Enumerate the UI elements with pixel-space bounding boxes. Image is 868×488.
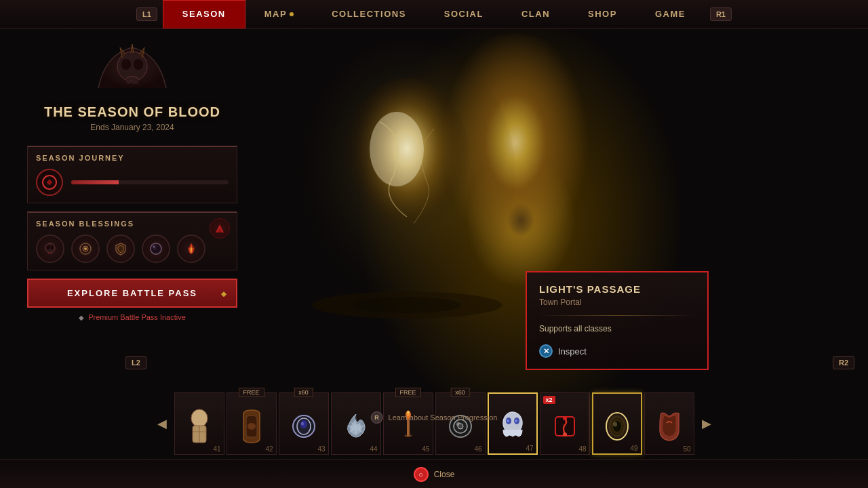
blessing-circle[interactable] <box>71 235 100 263</box>
svg-point-43 <box>515 420 517 422</box>
scroll-right-arrow[interactable]: ▶ <box>696 416 717 431</box>
item-card-47[interactable]: 47 <box>488 392 538 455</box>
item-48-number: 48 <box>578 445 586 453</box>
season-title: THE SEASON OF BLOOD <box>27 104 237 120</box>
svg-point-6 <box>121 59 131 70</box>
portal-visual <box>285 41 529 332</box>
blessing-shield[interactable] <box>106 235 135 263</box>
r-badge-icon: R <box>371 411 383 424</box>
item-50-number: 50 <box>683 445 690 453</box>
svg-point-2 <box>370 112 424 186</box>
tooltip-divider <box>539 315 695 316</box>
item-card-43[interactable]: x60 43 <box>279 392 329 455</box>
close-hint[interactable]: ○ Close <box>414 467 455 482</box>
item-45-badge: FREE <box>395 388 420 397</box>
journey-content <box>36 169 229 196</box>
svg-point-50 <box>613 422 617 427</box>
inspect-icon: ✕ <box>539 344 553 358</box>
nav-item-social[interactable]: SOCIAL <box>425 0 502 28</box>
svg-point-4 <box>353 297 461 313</box>
season-ends: Ends January 23, 2024 <box>27 123 237 132</box>
blessing-flame[interactable] <box>177 235 205 263</box>
journey-progress-bar <box>71 180 229 184</box>
r1-button[interactable]: R1 <box>710 7 732 21</box>
tooltip-title: LIGHT'S PASSAGE <box>539 283 695 295</box>
left-panel: THE SEASON OF BLOOD Ends January 23, 202… <box>27 41 237 321</box>
svg-point-38 <box>458 424 463 429</box>
premium-diamond-icon: ◆ <box>79 314 84 321</box>
item-42-badge: FREE <box>238 388 264 397</box>
journey-icon <box>36 169 63 196</box>
close-label: Close <box>434 470 455 479</box>
season-header: THE SEASON OF BLOOD Ends January 23, 202… <box>27 41 237 132</box>
nav-bar: L1 SEASON MAP COLLECTIONS SOCIAL CLAN SH… <box>0 0 868 28</box>
item-46-number: 46 <box>474 445 481 453</box>
blessing-skull[interactable] <box>36 235 64 263</box>
bottom-bar: ○ Close <box>0 460 868 488</box>
svg-point-14 <box>47 245 50 249</box>
svg-rect-8 <box>127 78 130 83</box>
progression-hint-text: Learn about Season Progression <box>389 413 498 422</box>
item-bar: ◀ 41 FREE 42 x60 <box>0 390 868 458</box>
close-circle-icon: ○ <box>414 467 429 482</box>
progression-hint: R Learn about Season Progression <box>371 411 498 424</box>
journey-section-title: SEASON JOURNEY <box>36 154 229 162</box>
tooltip-subtitle: Town Portal <box>539 298 695 307</box>
svg-point-23 <box>191 409 208 427</box>
item-43-number: 43 <box>317 445 325 453</box>
tooltip-description: Supports all classes <box>539 324 695 333</box>
item-card-48[interactable]: x2 48 <box>540 392 590 455</box>
item-card-45[interactable]: FREE 45 <box>383 392 433 455</box>
explore-battle-pass-button[interactable]: EXPLORE BATTLE PASS <box>27 279 237 308</box>
blessing-orb[interactable] <box>142 235 170 263</box>
svg-point-18 <box>84 247 87 250</box>
item-card-50[interactable]: 50 <box>644 392 694 455</box>
inspect-label: Inspect <box>558 346 587 357</box>
item-card-42[interactable]: FREE 42 <box>226 392 277 455</box>
blessings-icons <box>36 235 229 263</box>
svg-point-42 <box>507 420 509 422</box>
r2-indicator: R2 <box>833 356 854 369</box>
nav-item-game[interactable]: GAME <box>636 0 705 28</box>
item-card-46[interactable]: x60 46 <box>435 392 486 455</box>
item-card-41[interactable]: 41 <box>174 392 224 455</box>
svg-point-15 <box>51 245 54 249</box>
svg-point-30 <box>301 422 304 426</box>
item-card-49[interactable]: 49 <box>592 392 642 455</box>
scroll-left-arrow[interactable]: ◀ <box>152 416 172 431</box>
skull-decoration <box>92 41 173 95</box>
nav-item-collections[interactable]: COLLECTIONS <box>313 0 425 28</box>
l1-button[interactable]: L1 <box>136 7 157 21</box>
premium-status: ◆ Premium Battle Pass Inactive <box>27 313 237 321</box>
item-41-number: 41 <box>213 445 220 453</box>
item-46-badge: x60 <box>450 388 470 397</box>
item-card-44[interactable]: 44 <box>331 392 381 455</box>
nav-item-map[interactable]: MAP <box>245 0 313 28</box>
nav-item-season[interactable]: SEASON <box>163 0 245 28</box>
item-43-badge: x60 <box>294 388 313 397</box>
season-blessings-section: SEASON BLESSINGS <box>27 211 237 270</box>
item-47-number: 47 <box>526 445 533 452</box>
svg-point-45 <box>563 416 567 420</box>
item-48-badge: x2 <box>543 396 555 404</box>
l2-indicator: L2 <box>125 356 146 369</box>
item-42-number: 42 <box>265 445 273 453</box>
svg-point-46 <box>563 432 567 436</box>
nav-item-clan[interactable]: CLAN <box>502 0 569 28</box>
svg-point-12 <box>47 180 52 184</box>
map-indicator <box>290 12 294 16</box>
blessings-badge <box>210 218 230 239</box>
svg-point-26 <box>248 423 256 430</box>
svg-point-22 <box>153 246 155 248</box>
season-journey-section: SEASON JOURNEY <box>27 146 237 203</box>
item-44-number: 44 <box>370 445 377 453</box>
inspect-button[interactable]: ✕ Inspect <box>539 344 695 358</box>
item-49-number: 49 <box>630 445 637 452</box>
item-tooltip: LIGHT'S PASSAGE Town Portal Supports all… <box>526 271 709 370</box>
blessings-section-title: SEASON BLESSINGS <box>36 220 229 228</box>
nav-item-shop[interactable]: SHOP <box>569 0 636 28</box>
item-45-number: 45 <box>422 445 429 453</box>
journey-progress-fill <box>71 180 119 184</box>
svg-point-7 <box>134 59 143 70</box>
svg-rect-10 <box>134 78 138 83</box>
